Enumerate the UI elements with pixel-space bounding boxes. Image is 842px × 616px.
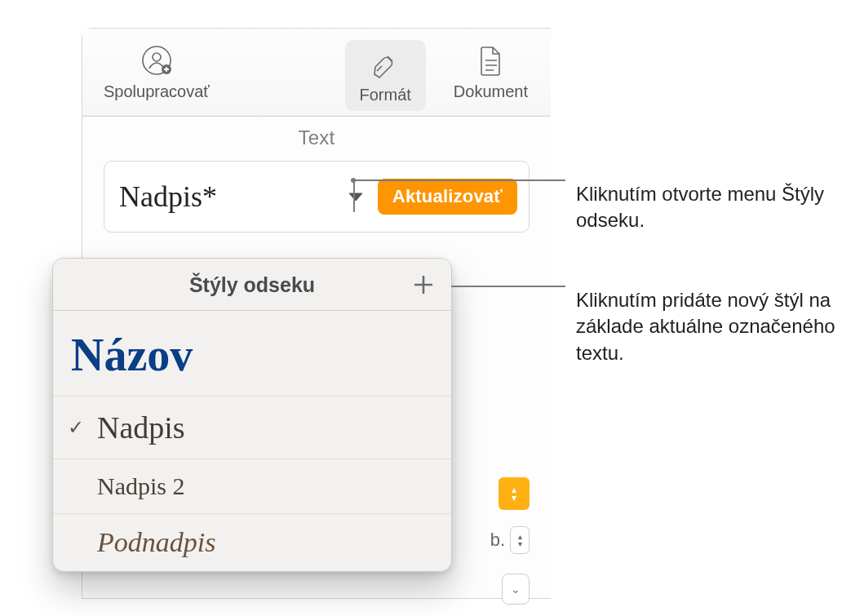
- update-style-button[interactable]: Aktualizovať: [378, 179, 517, 215]
- document-icon: [473, 43, 507, 78]
- collaborate-label: Spolupracovať: [104, 82, 210, 101]
- format-button[interactable]: Formát: [345, 40, 426, 111]
- add-style-button[interactable]: [409, 270, 438, 299]
- collaborate-icon: [140, 43, 174, 78]
- document-label: Dokument: [454, 82, 528, 101]
- toolbar: Spolupracovať Formát: [82, 29, 551, 117]
- callout-open-menu: Kliknutím otvorte menu Štýly odseku.: [576, 181, 829, 234]
- callout-line-1: [353, 179, 565, 181]
- style-item-title[interactable]: Názov: [53, 311, 451, 396]
- checkmark-icon: ✓: [68, 416, 84, 439]
- style-item-heading-label: Nadpis: [97, 410, 185, 445]
- svg-point-1: [153, 53, 161, 61]
- paragraph-style-picker[interactable]: Nadpis* Aktualizovať: [104, 161, 530, 233]
- document-button[interactable]: Dokument: [445, 40, 536, 111]
- popover-title: Štýly odseku: [53, 259, 451, 311]
- color-stepper[interactable]: [499, 477, 530, 510]
- style-item-subheading[interactable]: Podnadpis: [53, 513, 451, 571]
- callout-line-2: [439, 286, 565, 287]
- paragraph-styles-popover: Štýly odseku Názov ✓ Nadpis Nadpis 2 Pod…: [52, 258, 452, 572]
- style-list: Názov ✓ Nadpis Nadpis 2 Podnadpis: [53, 311, 451, 571]
- options-dropdown[interactable]: ⌄: [502, 574, 530, 605]
- style-item-heading[interactable]: ✓ Nadpis: [53, 396, 451, 459]
- style-item-subheading-label: Podnadpis: [97, 527, 215, 558]
- collaborate-button[interactable]: Spolupracovať: [95, 40, 218, 101]
- text-section-header: Text: [82, 117, 551, 161]
- size-stepper[interactable]: [510, 526, 530, 554]
- callout-add-style: Kliknutím pridáte nový štýl na základe a…: [576, 287, 837, 366]
- current-style-name: Nadpis*: [119, 179, 340, 214]
- style-item-heading2[interactable]: Nadpis 2: [53, 459, 451, 513]
- style-item-title-label: Názov: [71, 329, 193, 381]
- callout-open-menu-text: Kliknutím otvorte menu Štýly odseku.: [576, 183, 824, 231]
- size-suffix: b.: [490, 530, 505, 551]
- callout-add-style-text: Kliknutím pridáte nový štýl na základe a…: [576, 289, 835, 364]
- callout-line-1v: [353, 179, 355, 212]
- format-icon: [368, 47, 402, 81]
- popover-title-text: Štýly odseku: [189, 273, 315, 296]
- format-label: Formát: [360, 86, 411, 104]
- style-item-heading2-label: Nadpis 2: [97, 472, 185, 500]
- chevron-down-icon[interactable]: [345, 186, 366, 207]
